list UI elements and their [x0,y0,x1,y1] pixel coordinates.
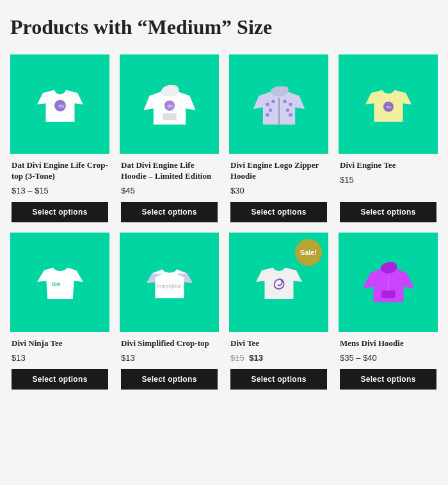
select-options-button-ninja-tee[interactable]: Select options [12,369,108,390]
sale-badge: Sale! [295,239,322,266]
product-info-mens-hoodie: Mens Divi Hoodie $35 – $40 Select option… [339,338,438,390]
select-options-button-crop-top[interactable]: Select options [12,202,108,222]
svg-rect-19 [381,291,396,299]
price-original-divi-tee: $15 [230,353,244,363]
product-info-crop-top: Dat Divi Engine Life Crop-top (3-Tone) $… [10,160,109,222]
select-options-button-divi-tee[interactable]: Select options [230,369,327,390]
product-card-engine-tee: divi Divi Engine Tee $15 Select options [339,54,438,222]
svg-point-10 [289,103,292,106]
product-card-divi-tee: Sale! Divi Tee $15 $13 Select options [229,233,328,390]
svg-text:divi: divi [167,103,173,108]
product-name-ninja-tee: Divi Ninja Tee [12,338,108,349]
svg-point-7 [266,103,269,106]
product-card-zipper-hoodie: Divi Engine Logo Zipper Hoodie $30 Selec… [229,54,328,222]
product-price-zipper-hoodie: $30 [230,186,327,195]
product-info-hoodie-limited: Dat Divi Engine Life Hoodie – Limited Ed… [120,160,219,222]
product-info-simplified-crop: Divi Simplified Crop-top $13 Select opti… [120,338,219,390]
product-price-divi-tee: $15 $13 [230,353,327,363]
svg-text:Divi: Divi [52,282,60,288]
svg-rect-3 [163,113,177,120]
select-options-button-simplified-crop[interactable]: Select options [121,369,218,390]
svg-point-8 [271,99,275,103]
product-name-engine-tee: Divi Engine Tee [340,160,436,171]
price-sale-divi-tee: $13 [249,353,263,363]
product-info-zipper-hoodie: Divi Engine Logo Zipper Hoodie $30 Selec… [229,160,328,222]
product-price-engine-tee: $15 [340,175,436,185]
product-card-crop-top: divi Dat Divi Engine Life Crop-top (3-To… [10,54,109,222]
select-options-button-mens-hoodie[interactable]: Select options [340,369,436,390]
product-image-hoodie-limited: divi [120,54,219,154]
product-name-mens-hoodie: Mens Divi Hoodie [340,338,436,349]
product-info-divi-tee: Divi Tee $15 $13 Select options [229,338,328,390]
product-price-ninja-tee: $13 [12,353,108,363]
product-card-hoodie-limited: divi Dat Divi Engine Life Hoodie – Limit… [120,54,219,222]
product-info-engine-tee: Divi Engine Tee $15 Select options [339,160,438,222]
svg-point-13 [266,113,269,116]
svg-text:divi: divi [58,103,64,108]
product-name-crop-top: Dat Divi Engine Life Crop-top (3-Tone) [12,160,108,182]
svg-point-14 [289,113,292,116]
select-options-button-hoodie-limited[interactable]: Select options [121,202,218,222]
product-price-crop-top: $13 – $15 [12,186,108,195]
product-image-crop-top: divi [10,54,109,154]
svg-point-12 [285,108,289,111]
product-image-ninja-tee: Divi [10,233,109,332]
product-info-ninja-tee: Divi Ninja Tee $13 Select options [10,338,109,390]
page-title: Products with “Medium” Size [10,15,438,39]
product-grid: divi Dat Divi Engine Life Crop-top (3-To… [10,54,438,390]
product-name-zipper-hoodie: Divi Engine Logo Zipper Hoodie [230,160,327,182]
product-image-zipper-hoodie [229,54,328,154]
select-options-button-zipper-hoodie[interactable]: Select options [230,202,327,222]
product-name-hoodie-limited: Dat Divi Engine Life Hoodie – Limited Ed… [121,160,218,182]
svg-text:Simplified: Simplified [157,283,180,289]
product-image-simplified-crop: Simplified [120,233,219,332]
select-options-button-engine-tee[interactable]: Select options [340,202,436,222]
product-image-engine-tee: divi [339,54,438,154]
product-name-divi-tee: Divi Tee [230,338,327,349]
product-image-divi-tee: Sale! [229,233,328,332]
svg-text:divi: divi [386,105,391,109]
product-card-simplified-crop: Simplified Divi Simplified Crop-top $13 … [120,233,219,390]
product-price-hoodie-limited: $45 [121,186,218,195]
svg-point-9 [268,108,271,111]
product-card-ninja-tee: Divi Divi Ninja Tee $13 Select options [10,233,109,390]
product-price-simplified-crop: $13 [121,353,218,363]
product-price-mens-hoodie: $35 – $40 [340,353,436,363]
product-image-mens-hoodie [339,233,438,332]
svg-point-11 [283,99,286,103]
product-card-mens-hoodie: Mens Divi Hoodie $35 – $40 Select option… [339,233,438,390]
product-name-simplified-crop: Divi Simplified Crop-top [121,338,218,349]
